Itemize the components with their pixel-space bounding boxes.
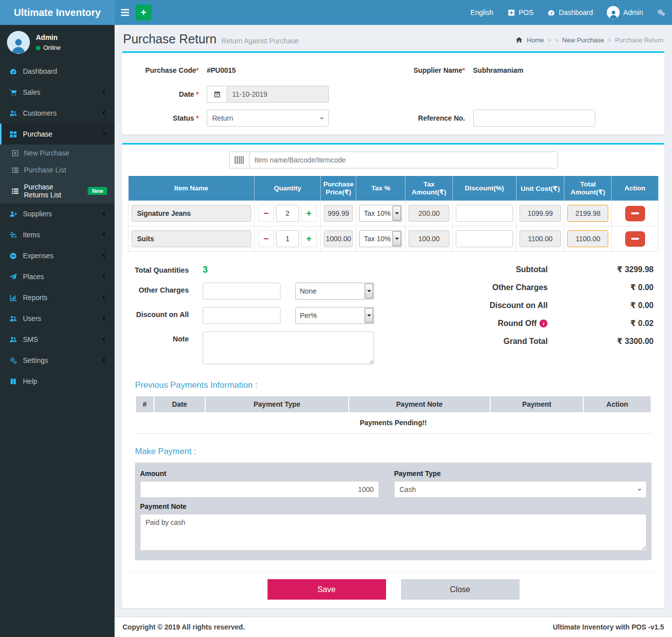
sidebar-item-help[interactable]: Help: [0, 371, 115, 392]
payment-note-textarea[interactable]: Paid by cash: [140, 514, 647, 551]
discount-input[interactable]: [456, 205, 513, 222]
sidebar-item-users[interactable]: Users: [0, 308, 115, 329]
summary-section: Total Quantities 3 Other Charges None Di…: [128, 252, 659, 367]
discount-on-all-total-label: Discount on All: [424, 301, 547, 310]
sidebar-item-customers[interactable]: Customers: [0, 103, 115, 124]
amount-input[interactable]: [140, 481, 379, 498]
previous-payments-heading: Previous Payments Information :: [135, 380, 652, 390]
info-icon[interactable]: i: [539, 319, 547, 327]
chevron-left-icon: [102, 252, 107, 260]
purchase-code-value: #PU0015: [207, 66, 236, 74]
other-charges-type-select[interactable]: None: [295, 283, 374, 300]
app-title: Ultimate Inventory: [14, 7, 101, 18]
sidebar-item-places[interactable]: Places: [0, 266, 115, 287]
item-name: Signature Jeans: [132, 205, 251, 222]
version-text: Ultimate Inventory with POS -v1.5: [553, 623, 664, 631]
home-icon: [515, 36, 523, 44]
qty-decrease-button[interactable]: −: [258, 230, 274, 247]
user-menu[interactable]: Admin: [607, 6, 643, 19]
grand-total-label: Grand Total: [424, 337, 547, 346]
app-logo[interactable]: Ultimate Inventory: [0, 0, 115, 25]
breadcrumb-parent[interactable]: New Purchase: [562, 36, 604, 44]
reference-input[interactable]: [473, 110, 595, 127]
pp-col-date: Date: [154, 396, 205, 413]
col-action: Action: [612, 176, 659, 201]
dashboard-link[interactable]: Dashboard: [547, 8, 593, 16]
sidebar-item-purchase[interactable]: Purchase: [0, 124, 115, 145]
previous-payments-table: # Date Payment Type Payment Note Payment…: [135, 396, 652, 434]
language-menu[interactable]: English: [470, 8, 493, 16]
submenu-item-purchase-returns-list[interactable]: Purchase Returns List New: [0, 178, 115, 203]
breadcrumb-current: Purchase Return: [615, 36, 664, 44]
sidebar-menu: Dashboard Sales Customers Purchase N: [0, 61, 115, 637]
tachometer-icon: [9, 67, 17, 75]
plus-square-icon: [507, 8, 515, 16]
grand-total-value: ₹ 3300.00: [547, 336, 654, 346]
sidebar-item-sms[interactable]: SMS: [0, 329, 115, 350]
submenu-item-purchase-list[interactable]: Purchase List: [0, 161, 115, 178]
total-amount: 2199.98: [567, 205, 608, 222]
note-textarea[interactable]: [203, 331, 374, 364]
remove-item-button[interactable]: [625, 206, 645, 221]
save-button[interactable]: Save: [268, 579, 386, 600]
status-select[interactable]: Return: [207, 110, 329, 127]
caret-down-icon: [393, 206, 401, 221]
sidebar-item-suppliers[interactable]: Suppliers: [0, 203, 115, 224]
page-header: Purchase Return Return Against Purchase …: [122, 25, 665, 51]
pos-link[interactable]: POS: [507, 8, 534, 16]
item-search-input[interactable]: [249, 152, 558, 168]
quick-add-button[interactable]: +: [135, 4, 151, 20]
tax-select[interactable]: Tax 10%: [359, 230, 402, 247]
status-label: Status *: [127, 114, 207, 122]
breadcrumb-home[interactable]: Home: [527, 36, 544, 44]
qty-input[interactable]: [276, 230, 299, 247]
pp-col-payment-type: Payment Type: [205, 396, 349, 413]
qty-decrease-button[interactable]: −: [258, 205, 274, 222]
qty-input[interactable]: [276, 205, 299, 222]
purchase-submenu: New Purchase Purchase List Purchase Retu…: [0, 145, 115, 203]
submenu-item-new-purchase[interactable]: New Purchase: [0, 145, 115, 161]
payment-type-select[interactable]: Cash: [394, 481, 647, 498]
sidebar-item-dashboard[interactable]: Dashboard: [0, 61, 115, 82]
sidebar-item-reports[interactable]: Reports: [0, 287, 115, 308]
close-button[interactable]: Close: [401, 579, 520, 600]
users-icon: [9, 109, 17, 117]
col-total-amount: Total Amount(₹): [564, 176, 612, 201]
caret-down-icon: [365, 308, 373, 323]
cart-icon: [9, 88, 17, 96]
item-name: Suits: [132, 230, 251, 247]
sidebar-item-sales[interactable]: Sales: [0, 82, 115, 103]
pp-col-number: #: [135, 396, 154, 413]
chevron-left-icon: [102, 273, 107, 281]
items-table: Item Name Quantity Purchase Price(₹) Tax…: [128, 175, 659, 252]
qty-increase-button[interactable]: +: [301, 230, 317, 247]
chevron-left-icon: [102, 88, 107, 96]
avatar: [7, 31, 30, 54]
chevron-left-icon: [102, 356, 107, 364]
sidebar-item-items[interactable]: Items: [0, 224, 115, 245]
online-status: Online: [36, 44, 61, 51]
breadcrumb-separator: >: [547, 36, 551, 44]
purchase-return-items-card: Item Name Quantity Purchase Price(₹) Tax…: [122, 143, 665, 608]
amount-label: Amount: [140, 470, 379, 478]
date-input[interactable]: [227, 86, 329, 103]
list-icon: [11, 187, 19, 195]
main-area: + English POS Dashboard Admin: [115, 0, 672, 637]
sidebar-item-expenses[interactable]: Expenses: [0, 245, 115, 266]
settings-menu[interactable]: [657, 8, 665, 16]
calendar-icon[interactable]: [207, 86, 227, 103]
tax-select[interactable]: Tax 10%: [359, 205, 402, 222]
cubes-icon: [9, 231, 17, 239]
purchase-price: 1000.00: [324, 230, 353, 247]
sidebar-toggle-button[interactable]: [115, 0, 135, 25]
sidebar-item-settings[interactable]: Settings: [0, 350, 115, 371]
other-charges-input[interactable]: [203, 283, 280, 300]
page-footer: Copyright © 2019 All rights reserved. Ul…: [115, 617, 672, 637]
discount-input[interactable]: [456, 230, 513, 247]
qty-increase-button[interactable]: +: [301, 205, 317, 222]
discount-type-select[interactable]: Per%: [295, 307, 374, 324]
remove-item-button[interactable]: [625, 231, 645, 247]
col-item-name: Item Name: [129, 176, 255, 201]
unit-cost: 1100.00: [520, 230, 561, 247]
discount-on-all-input[interactable]: [203, 307, 280, 324]
